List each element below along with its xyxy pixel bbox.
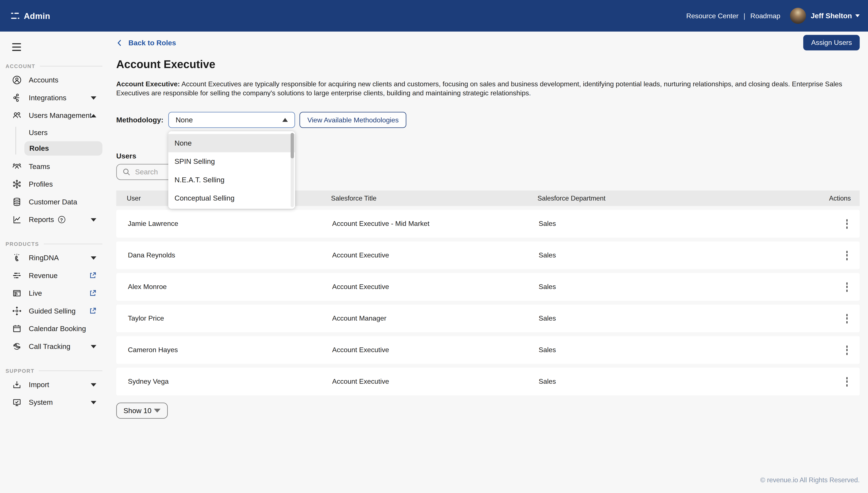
cell-department: Sales — [538, 283, 822, 291]
row-actions-menu-icon[interactable] — [843, 375, 851, 388]
live-window-icon — [12, 288, 22, 298]
sidebar-item-label: Integrations — [29, 94, 66, 102]
sidebar-item-label: RingDNA — [29, 254, 59, 262]
section-label-text: SUPPORT — [5, 368, 35, 373]
sidebar-item-calendar-booking[interactable]: Calendar Booking — [0, 320, 105, 338]
table-row: Jamie Lawrence Account Executive - Mid M… — [116, 210, 860, 237]
sidebar-item-ringdna[interactable]: RingDNA — [0, 249, 105, 267]
user-menu[interactable]: Jeff Shelton — [811, 12, 860, 20]
column-header-actions: Actions — [822, 194, 851, 202]
sidebar-item-label: Reports — [29, 216, 54, 224]
revenue-logo-icon — [12, 271, 22, 280]
account-icon — [12, 76, 22, 85]
call-tracking-icon — [12, 342, 22, 351]
cell-department: Sales — [538, 346, 822, 354]
sidebar-item-profiles[interactable]: Profiles — [0, 175, 105, 193]
chevron-down-icon — [91, 96, 96, 100]
methodology-row: Methodology: None None SPIN Selling N.E.… — [116, 112, 860, 128]
methodology-selected-value: None — [176, 116, 193, 124]
sidebar-item-teams[interactable]: Teams — [0, 157, 105, 175]
sidebar-item-guided-selling[interactable]: Guided Selling — [0, 302, 105, 320]
sidebar-item-integrations[interactable]: Integrations — [0, 89, 105, 107]
cell-title: Account Executive - Mid Market — [332, 220, 538, 228]
dropdown-option-spin-selling[interactable]: SPIN Selling — [169, 152, 295, 171]
page-header-row: Back to Roles Assign Users — [116, 35, 860, 50]
sidebar-item-label: Accounts — [29, 76, 59, 84]
sidebar-item-label: Call Tracking — [29, 342, 70, 351]
row-actions-menu-icon[interactable] — [843, 343, 851, 357]
methodology-select[interactable]: None — [169, 112, 295, 128]
sidebar-item-label: Import — [29, 381, 49, 389]
dropdown-option-conceptual-selling[interactable]: Conceptual Selling — [169, 189, 295, 207]
profiles-icon — [12, 179, 22, 189]
sidebar-item-roles[interactable]: Roles — [24, 141, 103, 155]
section-label-support: SUPPORT — [5, 368, 103, 373]
section-label-products: PRODUCTS — [5, 241, 103, 247]
app-title: Admin — [24, 11, 50, 21]
cell-user: Alex Monroe — [128, 283, 332, 291]
help-icon[interactable]: ? — [58, 216, 65, 223]
page-size-select[interactable]: Show 10 — [116, 403, 168, 419]
back-to-roles-link[interactable]: Back to Roles — [116, 39, 176, 47]
sidebar-item-revenue[interactable]: Revenue — [0, 267, 105, 285]
calendar-icon — [12, 324, 22, 334]
guided-selling-icon — [12, 306, 22, 316]
integrations-icon — [12, 93, 22, 103]
topbar-separator: | — [743, 12, 745, 20]
scrollbar-thumb[interactable] — [291, 133, 294, 158]
user-avatar[interactable] — [789, 8, 806, 24]
menu-toggle-button[interactable] — [12, 43, 21, 51]
dropdown-option-neat-selling[interactable]: N.E.A.T. Selling — [169, 171, 295, 189]
chevron-down-icon — [154, 409, 160, 412]
sidebar-item-call-tracking[interactable]: Call Tracking — [0, 338, 105, 356]
external-link-icon — [89, 307, 96, 315]
sidebar-item-accounts[interactable]: Accounts — [0, 71, 105, 89]
chevron-down-icon — [91, 218, 96, 221]
section-label-text: PRODUCTS — [5, 241, 39, 247]
scrollbar-track — [291, 133, 294, 207]
sidebar-item-import[interactable]: Import — [0, 376, 105, 394]
topbar-right: Resource Center | Roadmap Jeff Shelton — [686, 8, 860, 24]
chevron-down-icon — [855, 14, 860, 17]
cell-title: Account Manager — [332, 315, 538, 322]
sidebar-item-label: Calendar Booking — [29, 325, 86, 333]
chevron-up-icon — [283, 118, 288, 122]
assign-users-button[interactable]: Assign Users — [803, 35, 860, 50]
cell-department: Sales — [538, 220, 822, 228]
sidebar: ACCOUNT Accounts Integrations Users Mana… — [0, 31, 105, 493]
sidebar-item-label: Live — [29, 289, 42, 298]
sidebar-item-users-management[interactable]: Users Management — [0, 107, 105, 125]
copyright-footer: © revenue.io All Rights Reserved. — [760, 476, 860, 484]
sidebar-item-label: Users — [29, 129, 48, 137]
table-row: Cameron Hayes Account Executive Sales — [116, 336, 860, 364]
chevron-left-icon — [116, 39, 124, 46]
row-actions-menu-icon[interactable] — [843, 312, 851, 325]
resource-center-link[interactable]: Resource Center — [686, 12, 739, 20]
sidebar-item-label: Revenue — [29, 272, 58, 280]
brand[interactable]: Admin — [11, 11, 50, 21]
sidebar-item-customer-data[interactable]: Customer Data — [0, 193, 105, 211]
sidebar-item-live[interactable]: Live — [0, 284, 105, 302]
search-icon — [123, 168, 131, 176]
section-divider — [40, 66, 103, 66]
cell-title: Account Executive — [332, 346, 538, 354]
row-actions-menu-icon[interactable] — [843, 280, 851, 294]
sidebar-item-reports[interactable]: Reports ? — [0, 211, 105, 229]
main-content: Back to Roles Assign Users Account Execu… — [105, 31, 868, 493]
admin-app: Admin Resource Center | Roadmap Jeff She… — [0, 0, 868, 493]
roadmap-link[interactable]: Roadmap — [750, 12, 780, 20]
view-available-methodologies-button[interactable]: View Available Methodologies — [299, 112, 406, 128]
row-actions-menu-icon[interactable] — [843, 249, 851, 262]
role-description: Account Executive: Account Executives ar… — [116, 80, 852, 98]
sidebar-item-users[interactable]: Users — [16, 126, 103, 140]
row-actions-menu-icon[interactable] — [843, 217, 851, 231]
cell-department: Sales — [538, 315, 822, 322]
section-divider — [39, 370, 103, 371]
chevron-down-icon — [91, 345, 96, 348]
page-title: Account Executive — [116, 58, 860, 71]
sidebar-item-system[interactable]: System — [0, 393, 105, 411]
chevron-up-icon — [91, 114, 96, 117]
dropdown-option-none[interactable]: None — [169, 134, 295, 152]
external-link-icon — [89, 290, 96, 297]
topbar: Admin Resource Center | Roadmap Jeff She… — [0, 0, 868, 31]
